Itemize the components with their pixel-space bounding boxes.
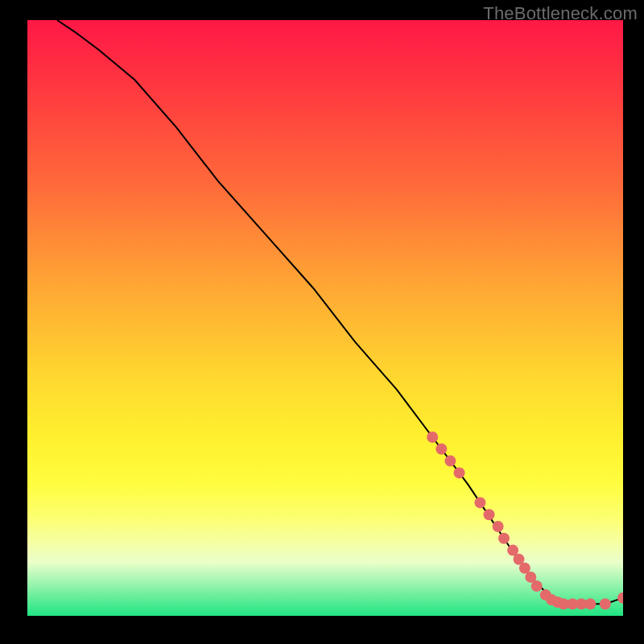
chart-plot-area xyxy=(27,20,623,616)
chart-stage: TheBottleneck.com xyxy=(0,0,644,644)
